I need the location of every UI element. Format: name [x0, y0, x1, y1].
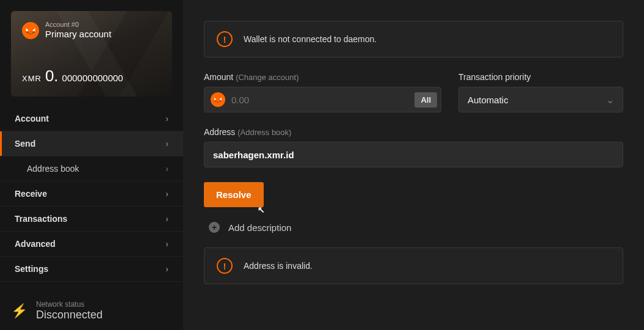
nav-transactions[interactable]: Transactions ›: [0, 207, 183, 232]
nav-send[interactable]: Send ›: [0, 131, 183, 156]
monero-logo-icon: [22, 22, 39, 39]
nav-label: Account: [15, 114, 49, 123]
address-input[interactable]: [213, 150, 614, 160]
alert-text: Address is invalid.: [244, 261, 313, 271]
priority-value: Automatic: [468, 95, 508, 105]
chevron-right-icon: ›: [165, 139, 168, 148]
priority-select[interactable]: Automatic ⌄: [458, 87, 623, 112]
chevron-right-icon: ›: [165, 264, 168, 274]
monero-logo-icon: [211, 92, 225, 107]
network-label: Network status: [36, 301, 103, 309]
change-account-link[interactable]: (Change account): [236, 73, 298, 82]
nav-label: Send: [15, 139, 35, 148]
chevron-right-icon: ›: [165, 239, 168, 249]
amount-input-wrap: All: [204, 87, 441, 112]
network-status[interactable]: ⚡ Network status Disconnected: [11, 301, 103, 321]
nav-label: Advanced: [15, 239, 56, 249]
invalid-address-alert: ! Address is invalid.: [204, 248, 623, 284]
nav-advanced[interactable]: Advanced ›: [0, 232, 183, 257]
nav-label: Transactions: [15, 214, 67, 224]
account-card[interactable]: Account #0 Primary account XMR 0. 000000…: [11, 11, 172, 97]
alert-text: Wallet is not connected to daemon.: [244, 34, 377, 44]
sidebar-nav: Account › Send › Address book › Receive …: [0, 106, 183, 282]
amount-input[interactable]: [231, 95, 408, 105]
account-number: Account #0: [45, 21, 111, 29]
nav-address-book[interactable]: Address book ›: [0, 156, 183, 182]
chevron-right-icon: ›: [165, 214, 168, 224]
balance: XMR 0. 000000000000: [22, 67, 123, 86]
nav-label: Settings: [15, 264, 48, 274]
balance-currency: XMR: [22, 74, 42, 83]
chevron-right-icon: ›: [165, 114, 168, 123]
amount-label: Amount (Change account): [204, 72, 441, 82]
network-value: Disconnected: [36, 309, 103, 321]
add-description-label: Add description: [228, 222, 291, 233]
nav-settings[interactable]: Settings ›: [0, 257, 183, 282]
priority-label: Transaction priority: [458, 72, 623, 82]
balance-integer: 0.: [45, 67, 59, 86]
chevron-right-icon: ›: [165, 164, 168, 174]
chevron-down-icon: ⌄: [606, 94, 614, 106]
account-name: Primary account: [45, 29, 111, 40]
warning-icon: !: [217, 258, 233, 274]
sidebar: Account #0 Primary account XMR 0. 000000…: [0, 0, 183, 330]
amount-all-button[interactable]: All: [414, 92, 437, 108]
nav-label: Address book: [27, 164, 79, 174]
warning-icon: !: [217, 31, 233, 47]
address-book-link[interactable]: (Address book): [237, 128, 291, 137]
main-panel: ! Wallet is not connected to daemon. Amo…: [183, 0, 644, 330]
balance-fraction: 000000000000: [62, 73, 123, 83]
chevron-right-icon: ›: [165, 189, 168, 199]
nav-receive[interactable]: Receive ›: [0, 182, 183, 207]
add-description-button[interactable]: + Add description: [209, 222, 623, 233]
nav-account[interactable]: Account ›: [0, 106, 183, 131]
cursor-icon: ↖: [258, 205, 265, 215]
lightning-icon: ⚡: [11, 303, 27, 319]
daemon-alert: ! Wallet is not connected to daemon.: [204, 21, 623, 57]
address-label: Address (Address book): [204, 127, 623, 137]
resolve-button[interactable]: Resolve ↖: [204, 182, 264, 207]
nav-label: Receive: [15, 189, 47, 199]
plus-icon: +: [209, 222, 220, 233]
